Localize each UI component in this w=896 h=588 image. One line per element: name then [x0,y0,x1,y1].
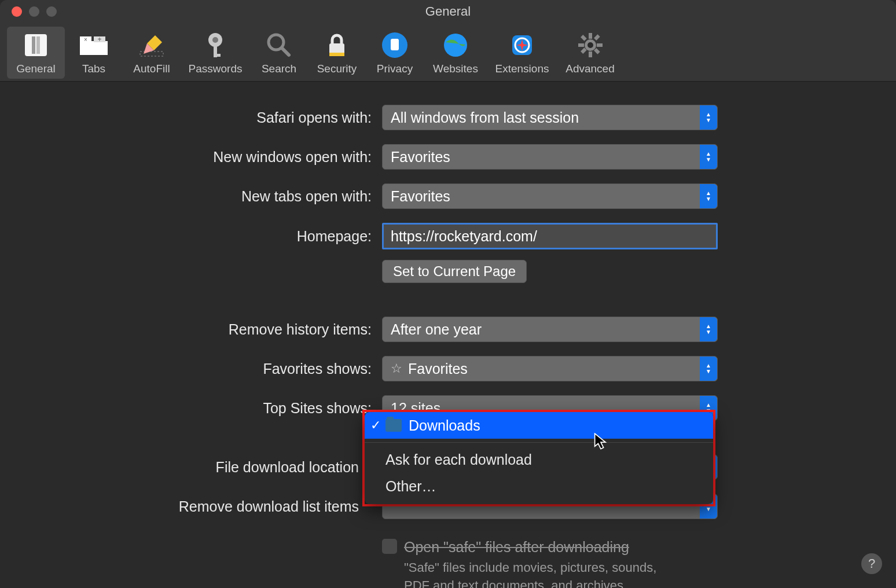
search-icon [263,29,295,61]
tabs-icon: ×+ [78,29,110,61]
chevron-updown-icon [700,145,717,169]
toolbar-tab-advanced[interactable]: Advanced [557,27,623,79]
toolbar-tab-general[interactable]: General [7,27,65,79]
toolbar-tab-search[interactable]: Search [250,27,308,79]
remove-history-items-popup[interactable]: After one year [382,317,718,342]
toolbar-tab-privacy[interactable]: Privacy [366,27,424,79]
open-safe-files-checkbox[interactable] [382,539,397,554]
check-icon: ✓ [370,418,385,433]
menu-item-label: Downloads [409,417,480,434]
toolbar-label: Passwords [189,63,243,75]
toolbar-tab-tabs[interactable]: ×+ Tabs [65,27,123,79]
toolbar-label: Search [262,63,296,75]
window-title: General [0,4,896,19]
toolbar-tab-security[interactable]: Security [308,27,366,79]
toolbar-tab-extensions[interactable]: Extensions [487,27,557,79]
svg-rect-30 [581,35,587,41]
chevron-updown-icon [700,317,717,341]
folder-icon [385,419,402,432]
svg-rect-0 [25,34,47,56]
new-windows-open-with-label: New windows open with: [35,149,382,166]
remove-history-items-label: Remove history items: [35,321,382,338]
toolbar-tab-passwords[interactable]: Passwords [181,27,250,79]
minimize-window-button[interactable] [29,6,39,17]
toolbar-label: Advanced [565,63,615,75]
file-download-location-label: File download location [35,459,382,476]
svg-rect-26 [589,33,592,39]
svg-rect-2 [36,36,40,54]
open-safe-files-label: Open "safe" files after downloading [404,539,682,556]
open-safe-files-description: "Safe" files include movies, pictures, s… [404,559,682,588]
safari-opens-with-label: Safari opens with: [35,109,382,126]
svg-rect-28 [578,43,584,47]
popup-value: After one year [391,321,482,338]
svg-rect-1 [32,36,35,54]
key-icon [199,29,232,61]
set-to-current-page-button[interactable]: Set to Current Page [382,260,527,283]
svg-point-34 [587,42,593,48]
new-windows-open-with-popup[interactable]: Favorites [382,144,718,170]
toolbar-tab-autofill[interactable]: AutoFill [123,27,181,79]
toolbar-label: AutoFill [133,63,170,75]
toolbar-label: Privacy [377,63,413,75]
menu-item-label: Ask for each download [385,451,532,468]
gear-icon [574,29,607,61]
zoom-window-button[interactable] [46,6,57,17]
safari-opens-with-popup[interactable]: All windows from last session [382,105,718,130]
svg-rect-20 [391,39,399,50]
svg-line-16 [282,48,289,55]
svg-rect-29 [597,43,603,47]
homepage-field[interactable] [382,223,718,249]
extensions-icon [506,29,538,61]
menu-item-other[interactable]: Other… [365,473,713,499]
titlebar: General [0,0,896,23]
chevron-updown-icon [700,105,717,130]
globe-icon [439,29,472,61]
lock-icon [321,29,353,61]
file-download-location-menu: ✓ Downloads Ask for each download Other… [365,412,713,504]
menu-item-label: Other… [385,478,436,495]
general-icon [20,29,52,61]
favorites-shows-label: Favorites shows: [35,361,382,377]
favorites-shows-popup[interactable]: ☆ Favorites [382,356,718,381]
popup-value: Favorites [391,149,450,166]
svg-rect-27 [589,52,592,57]
homepage-label: Homepage: [35,228,382,245]
help-button[interactable]: ? [861,553,882,574]
star-icon: ☆ [391,361,402,376]
remove-download-list-items-label: Remove download list items [35,498,382,515]
help-label: ? [868,556,875,571]
svg-rect-14 [214,54,221,57]
popup-value: All windows from last session [391,109,579,126]
svg-rect-32 [594,34,600,41]
chevron-updown-icon [700,184,717,208]
menu-item-ask-each-download[interactable]: Ask for each download [365,446,713,473]
toolbar-label: Extensions [495,63,549,75]
top-sites-shows-label: Top Sites shows: [35,400,382,417]
toolbar-label: Security [317,63,357,75]
chevron-updown-icon [700,357,717,381]
button-label: Set to Current Page [393,263,516,280]
svg-rect-18 [329,53,344,56]
toolbar-label: Tabs [82,63,105,75]
preferences-toolbar: General ×+ Tabs AutoFill Passwords Searc… [0,23,896,82]
privacy-icon [379,29,411,61]
toolbar-tab-websites[interactable]: Websites [424,27,487,79]
popup-value: Favorites [408,361,468,377]
svg-text:+: + [97,35,101,43]
menu-separator [365,442,713,443]
new-tabs-open-with-popup[interactable]: Favorites [382,183,718,209]
autofill-icon [135,29,168,61]
svg-point-12 [212,37,218,43]
preferences-content: Safari opens with: All windows from last… [0,82,896,588]
popup-value: Favorites [391,188,450,205]
new-tabs-open-with-label: New tabs open with: [35,188,382,205]
traffic-lights [0,6,57,17]
menu-item-downloads[interactable]: ✓ Downloads [365,412,713,439]
close-window-button[interactable] [12,6,22,17]
toolbar-label: Websites [433,63,478,75]
toolbar-label: General [16,63,56,75]
svg-rect-31 [594,48,600,54]
annotation-highlight: ✓ Downloads Ask for each download Other… [362,410,715,506]
svg-rect-3 [80,41,108,55]
